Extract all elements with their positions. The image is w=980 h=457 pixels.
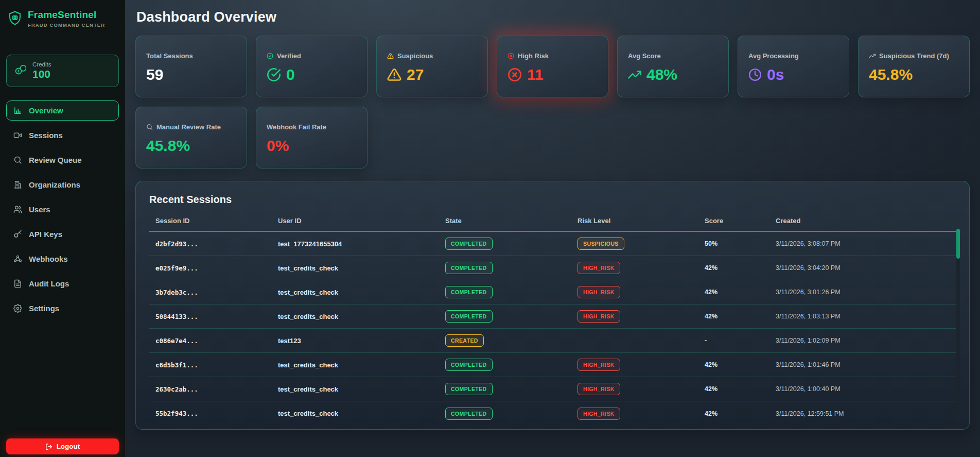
sidebar-item-label: Organizations [29,180,80,189]
logout-icon [45,443,52,450]
table-row[interactable]: c6d5b3f1... test_credits_check COMPLETED… [149,353,956,377]
sidebar-item-sessions[interactable]: Sessions [6,125,119,145]
sidebar-nav: Overview Sessions Review Queue [6,100,119,318]
sidebar-item-label: Users [29,205,50,214]
sidebar-item-label: Webhooks [29,255,68,263]
table-scrollbar[interactable] [956,229,960,422]
sidebar-item-webhooks[interactable]: Webhooks [6,249,119,269]
brand: FrameSentinel FRAUD COMMAND CENTER [6,7,119,33]
search-icon [13,156,22,164]
table-row[interactable]: d2bf2d93... test_1773241655304 COMPLETED… [149,232,956,256]
brand-text: FrameSentinel FRAUD COMMAND CENTER [28,9,105,28]
state-badge: COMPLETED [445,359,493,371]
main-content: Dashboard Overview Total Sessions 59 Ver… [125,0,980,457]
sidebar-item-settings[interactable]: Settings [6,298,119,318]
file-text-icon [13,279,22,288]
stat-label: Webhook Fail Rate [267,123,326,131]
sidebar-item-users[interactable]: Users [6,199,119,219]
stat-card-high-risk: High Risk 11 [497,36,608,97]
risk-badge: HIGH_RISK [577,408,620,420]
building-icon [13,180,22,189]
stat-label: Suspicious Trend (7d) [879,52,949,60]
stat-value: 45.8% [146,137,190,155]
cell-user-id: test_credits_check [272,313,439,320]
cell-user-id: test_credits_check [272,289,439,296]
brand-name: FrameSentinel [28,9,105,21]
stat-card-avg-processing: Avg Processing 0s [738,36,849,97]
stat-label: Avg Processing [748,52,799,60]
cell-score: 42% [698,361,769,368]
alert-triangle-icon [387,53,394,59]
stat-label: Suspicious [397,52,433,60]
risk-badge: HIGH_RISK [577,262,620,274]
coins-icon [14,64,26,78]
stat-label: Manual Review Rate [156,123,221,131]
sidebar-item-label: API Keys [29,230,62,239]
table-row[interactable]: 55b2f943... test_credits_check COMPLETED… [149,401,956,426]
state-badge: COMPLETED [445,262,493,274]
panel-title: Recent Sessions [149,194,956,206]
x-circle-icon [507,67,522,82]
state-badge: COMPLETED [445,383,493,395]
cell-created: 3/11/2026, 12:59:51 PM [769,410,956,417]
stat-card-verified: Verified 0 [256,36,367,97]
table-row[interactable]: 50844133... test_credits_check COMPLETED… [149,304,956,329]
trending-up-icon [869,53,876,59]
sidebar-item-overview[interactable]: Overview [6,100,119,121]
cell-created: 3/11/2026, 1:03:13 PM [769,313,956,320]
cell-score: 42% [698,385,769,393]
stat-value: 45.8% [869,66,913,83]
alert-triangle-icon [387,67,401,82]
sidebar-item-api-keys[interactable]: API Keys [6,224,119,244]
table-row[interactable]: 2630c2ab... test_credits_check COMPLETED… [149,377,956,401]
table-row[interactable]: e025f9e9... test_credits_check COMPLETED… [149,256,956,280]
scrollbar-thumb[interactable] [956,229,960,259]
cell-user-id: test_credits_check [272,264,439,272]
search-icon [146,124,153,130]
stat-card-manual-review-rate: Manual Review Rate 45.8% [135,107,247,168]
sidebar-item-label: Sessions [29,131,63,140]
cell-user-id: test_credits_check [272,385,439,393]
col-session-id: Session ID [149,217,272,225]
col-risk-level: Risk Level [571,217,698,225]
cell-user-id: test_credits_check [272,410,439,417]
logout-label: Logout [57,443,80,450]
cell-created: 3/11/2026, 3:04:20 PM [769,264,956,272]
sidebar-item-label: Overview [29,106,63,115]
logout-button[interactable]: Logout [6,438,119,454]
risk-badge: HIGH_RISK [577,359,620,371]
sidebar-item-audit-logs[interactable]: Audit Logs [6,274,119,294]
sidebar-item-review-queue[interactable]: Review Queue [6,150,119,170]
stat-card-total-sessions: Total Sessions 59 [135,36,247,97]
cell-score: 42% [698,410,769,417]
col-score: Score [698,217,769,225]
risk-badge: HIGH_RISK [577,383,620,395]
sidebar-item-organizations[interactable]: Organizations [6,175,119,195]
credits-label: Credits [32,61,51,67]
stat-value: 0% [267,137,289,155]
stat-label: High Risk [518,52,549,60]
page-title: Dashboard Overview [136,9,970,25]
sidebar: FrameSentinel FRAUD COMMAND CENTER Credi… [0,0,125,457]
stat-card-suspicious: Suspicious 27 [376,36,488,97]
state-badge: COMPLETED [445,408,493,420]
stat-value: 11 [527,66,544,83]
cell-session-id: c086e7e4... [149,337,272,345]
x-circle-icon [507,53,514,59]
cell-created: 3/11/2026, 3:01:26 PM [769,289,956,296]
video-icon [13,131,22,140]
stat-value: 27 [407,66,424,83]
risk-badge: HIGH_RISK [577,286,620,298]
recent-sessions-panel: Recent Sessions Session ID User ID State… [135,181,970,430]
cell-session-id: e025f9e9... [149,264,272,272]
sidebar-item-label: Settings [29,304,59,313]
credits-value: 100 [32,68,51,80]
state-badge: COMPLETED [445,310,493,323]
stat-value: 0 [286,66,295,83]
cell-session-id: 50844133... [149,313,272,320]
table-header: Session ID User ID State Risk Level Scor… [149,217,956,232]
table-row[interactable]: c086e7e4... test123 CREATED - 3/11/2026,… [149,329,956,353]
table-row[interactable]: 3b7deb3c... test_credits_check COMPLETED… [149,280,956,304]
stats-row-1: Total Sessions 59 Verified 0 [135,36,970,97]
trending-up-icon [628,68,641,81]
